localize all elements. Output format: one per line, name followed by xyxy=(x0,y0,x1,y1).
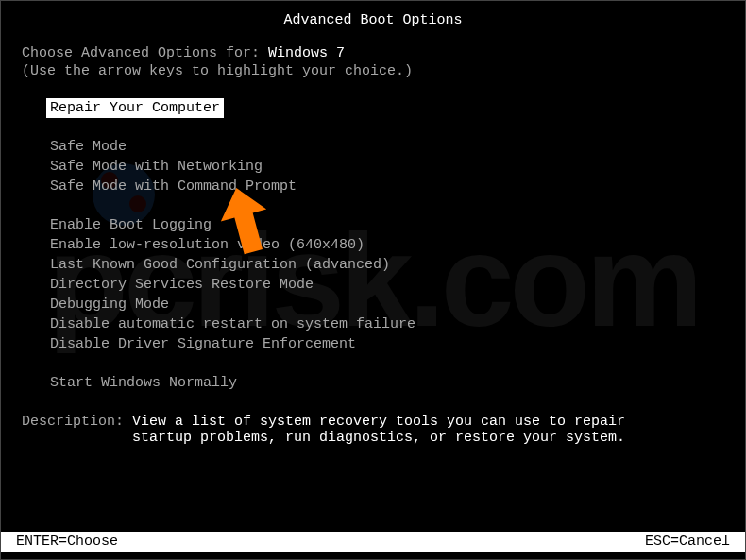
footer-esc: ESC=Cancel xyxy=(645,532,730,552)
menu-item-boot-logging[interactable]: Enable Boot Logging xyxy=(50,215,724,235)
menu-item-low-res[interactable]: Enable low-resolution video (640x480) xyxy=(50,235,724,255)
menu-item-disable-driver-sig[interactable]: Disable Driver Signature Enforcement xyxy=(50,334,724,354)
description-text-2: startup problems, run diagnostics, or re… xyxy=(132,430,625,446)
boot-screen: Advanced Boot Options Choose Advanced Op… xyxy=(1,1,745,559)
os-name: Windows 7 xyxy=(268,45,345,61)
menu-item-repair[interactable]: Repair Your Computer xyxy=(46,98,224,118)
description-label: Description: xyxy=(22,414,132,430)
prompt-prefix: Choose Advanced Options for: xyxy=(22,45,268,61)
instruction-line: (Use the arrow keys to highlight your ch… xyxy=(22,63,724,79)
menu-item-safe-mode-networking[interactable]: Safe Mode with Networking xyxy=(50,157,724,177)
menu-item-debugging[interactable]: Debugging Mode xyxy=(50,295,724,314)
description-block: Description: View a list of system recov… xyxy=(22,414,724,446)
prompt-line: Choose Advanced Options for: Windows 7 xyxy=(22,45,724,61)
menu-item-safe-mode-cmd[interactable]: Safe Mode with Command Prompt xyxy=(50,177,724,196)
menu-item-start-normally[interactable]: Start Windows Normally xyxy=(50,373,724,393)
menu-item-safe-mode[interactable]: Safe Mode xyxy=(50,137,724,157)
boot-menu: Repair Your Computer Safe Mode Safe Mode… xyxy=(22,98,724,393)
footer-bar: ENTER=Choose ESC=Cancel xyxy=(1,532,745,552)
page-title: Advanced Boot Options xyxy=(1,1,745,45)
menu-item-ds-restore[interactable]: Directory Services Restore Mode xyxy=(50,275,724,295)
footer-enter: ENTER=Choose xyxy=(16,532,118,552)
menu-item-last-known-good[interactable]: Last Known Good Configuration (advanced) xyxy=(50,255,724,275)
description-text-1: View a list of system recovery tools you… xyxy=(132,414,625,430)
menu-item-disable-auto-restart[interactable]: Disable automatic restart on system fail… xyxy=(50,314,724,334)
